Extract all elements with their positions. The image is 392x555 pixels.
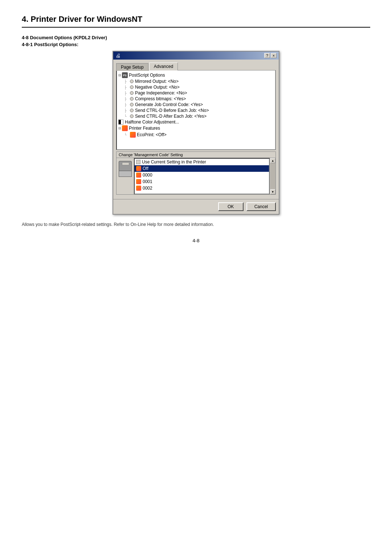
tree-item-postscript[interactable]: ⊟ PS PostScript Options — [118, 72, 274, 78]
management-code-group: Change 'Management Code' Setting — [116, 151, 276, 195]
tree-label-halftone: Halftone Color Adjustment... — [125, 119, 179, 125]
printer-image — [119, 161, 132, 177]
printer-top — [119, 161, 132, 171]
item-label-0001: 0001 — [143, 179, 152, 184]
tree-item-halftone[interactable]: Halftone Color Adjustment... — [118, 119, 274, 125]
halftone-icon — [118, 119, 123, 125]
cancel-button[interactable]: Cancel — [246, 202, 276, 211]
dialog-footer: OK Cancel — [113, 199, 279, 214]
bullet-icon — [130, 91, 134, 95]
tree-label-ctrld-after: Send CTRL-D After Each Job: <Yes> — [135, 114, 207, 119]
tree-label-ecoprint: EcoPrint: <Off> — [137, 132, 167, 137]
scrollbar[interactable]: ▲ ▼ — [270, 158, 275, 194]
listbox-group-label: Change 'Management Code' Setting — [117, 152, 275, 158]
list-item-0002[interactable]: 0002 — [135, 185, 269, 191]
tree-connector: └ — [124, 114, 130, 118]
printer-icon-area — [117, 158, 134, 194]
bullet-icon — [130, 85, 134, 89]
tree-connector: ├ — [124, 97, 130, 101]
section1-label: 4-8 Document Options (KPDL2 Driver) — [22, 35, 370, 40]
page-title: 4. Printer Driver for WindowsNT — [22, 15, 370, 28]
gear-icon — [136, 166, 141, 171]
tree-label-printer-features: Printer Features — [129, 126, 160, 131]
page-number: 4-8 — [22, 238, 370, 243]
listbox-inner: Use Current Setting in the Printer Off 0… — [117, 158, 275, 194]
titlebar-icon: 🖨 — [115, 53, 121, 58]
item-label-0002: 0002 — [143, 186, 152, 191]
pf-icon — [122, 125, 128, 131]
bullet-icon — [130, 114, 134, 118]
tree-item-compress[interactable]: ├ Compress bitmaps: <Yes> — [118, 96, 274, 102]
dialog-body: Page Setup Advanced ⊟ PS PostScript Opti… — [113, 60, 279, 198]
item-label-current: Use Current Setting in the Printer — [142, 159, 206, 165]
description-text: Allows you to make PostScript-related se… — [22, 222, 370, 227]
scroll-up-button[interactable]: ▲ — [270, 158, 275, 163]
tree-connector: ├ — [124, 85, 130, 89]
list-item-current-setting[interactable]: Use Current Setting in the Printer — [135, 159, 269, 165]
section2-label: 4-8-1 PostScript Options: — [22, 42, 370, 47]
checkbox-icon — [136, 160, 140, 164]
tree-label-mirrored: Mirrored Output: <No> — [135, 79, 179, 84]
expand-icon: ⊟ — [118, 126, 121, 130]
printer-body — [119, 171, 132, 177]
tab-bar: Page Setup Advanced — [116, 62, 276, 70]
tree-item-ecoprint[interactable]: └ EcoPrint: <Off> — [118, 131, 274, 138]
scrollbar-track[interactable] — [270, 163, 275, 189]
tree-label-ctrld-before: Send CTRL-D Before Each Job: <No> — [135, 108, 209, 113]
list-item-0001[interactable]: 0001 — [135, 178, 269, 185]
tree-item-ctrld-before[interactable]: ├ Send CTRL-D Before Each Job: <No> — [118, 108, 274, 113]
item-label-off: Off — [143, 166, 148, 171]
tree-connector: └ — [124, 133, 130, 137]
item-label-0000: 0000 — [143, 173, 152, 178]
tree-label-page-independence: Page Independence: <No> — [135, 90, 187, 96]
tree-item-page-independence[interactable]: ├ Page Independence: <No> — [118, 90, 274, 96]
tree-item-job-control[interactable]: ├ Generate Job Control Code: <Yes> — [118, 102, 274, 108]
tree-item-negative[interactable]: ├ Negative Output: <No> — [118, 84, 274, 90]
titlebar-buttons: ? × — [264, 53, 277, 58]
list-item-0000[interactable]: 0000 — [135, 172, 269, 178]
scroll-down-button[interactable]: ▼ — [270, 189, 275, 194]
tree-label-postscript: PostScript Options — [129, 73, 165, 78]
tree-label-compress: Compress bitmaps: <Yes> — [135, 96, 186, 101]
ok-button[interactable]: OK — [218, 202, 244, 211]
tree-item-mirrored[interactable]: ├ Mirrored Output: <No> — [118, 78, 274, 84]
printer-slot — [122, 162, 129, 165]
gear-icon — [136, 173, 141, 178]
bullet-icon — [130, 109, 134, 112]
tree-item-ctrld-after[interactable]: └ Send CTRL-D After Each Job: <Yes> — [118, 113, 274, 119]
tree-label-negative: Negative Output: <No> — [135, 85, 180, 90]
management-code-list[interactable]: Use Current Setting in the Printer Off 0… — [134, 158, 270, 194]
tree-connector: ├ — [124, 80, 130, 84]
tree-connector: ├ — [124, 103, 130, 107]
gear-icon — [136, 179, 141, 184]
bullet-icon — [130, 97, 134, 101]
dialog-titlebar: 🖨 ? × — [113, 52, 279, 60]
ecoprint-icon — [130, 132, 136, 138]
tree-label-job-control: Generate Job Control Code: <Yes> — [135, 102, 203, 107]
list-item-off[interactable]: Off — [135, 165, 269, 172]
printer-dialog: 🖨 ? × Page Setup Advanced ⊟ PS PostScrip… — [113, 51, 279, 215]
expand-icon: ⊟ — [118, 73, 121, 77]
tab-advanced[interactable]: Advanced — [149, 62, 178, 70]
tree-item-printer-features[interactable]: ⊟ Printer Features — [118, 125, 274, 131]
help-button[interactable]: ? — [264, 53, 270, 58]
ps-icon: PS — [122, 72, 128, 78]
tab-page-setup[interactable]: Page Setup — [116, 63, 148, 71]
bullet-icon — [130, 80, 134, 83]
gear-icon — [136, 186, 141, 191]
tree-panel[interactable]: ⊟ PS PostScript Options ├ Mirrored Outpu… — [116, 70, 276, 150]
tree-connector: ├ — [124, 109, 130, 113]
tree-connector: ├ — [124, 91, 130, 95]
bullet-icon — [130, 103, 134, 106]
close-button[interactable]: × — [271, 53, 277, 58]
